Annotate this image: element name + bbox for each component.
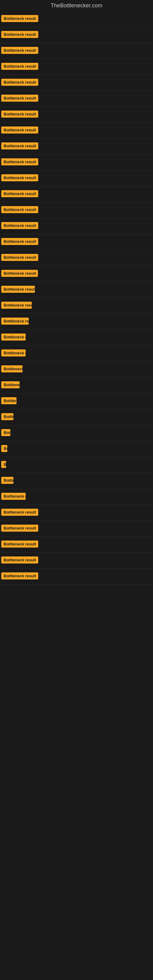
bottleneck-badge[interactable]: Bottleneck result xyxy=(1,270,38,277)
bottleneck-badge[interactable]: Bottleneck result xyxy=(1,47,38,54)
bottleneck-badge[interactable]: Bottleneck result xyxy=(1,302,32,309)
result-row: Bottleneck result xyxy=(0,473,153,489)
result-row: Bottleneck result xyxy=(0,266,153,282)
bottleneck-badge[interactable]: Bottleneck result xyxy=(1,334,26,340)
bottleneck-badge[interactable]: Bottleneck result xyxy=(1,493,26,500)
result-row: Bottleneck result xyxy=(0,27,153,43)
bottleneck-badge[interactable]: Bottleneck result xyxy=(1,63,38,70)
result-row: Bottleneck result xyxy=(0,91,153,107)
result-row: Bottleneck result xyxy=(0,59,153,75)
site-title: TheBottlenecker.com xyxy=(0,0,153,11)
result-row: Bottleneck result xyxy=(0,521,153,537)
result-row: Bottleneck result xyxy=(0,505,153,521)
bottleneck-badge[interactable]: Bottleneck result xyxy=(1,254,38,261)
result-row: Bottleneck result xyxy=(0,107,153,123)
bottleneck-badge[interactable]: Bottleneck result xyxy=(1,557,38,563)
result-row: Bottleneck result xyxy=(0,457,153,473)
result-row: Bottleneck result xyxy=(0,330,153,346)
bottleneck-badge[interactable]: Bottleneck result xyxy=(1,509,38,516)
bottleneck-badge[interactable]: Bottleneck result xyxy=(1,573,38,579)
result-row: Bottleneck result xyxy=(0,441,153,457)
result-row: Bottleneck result xyxy=(0,362,153,378)
result-row: Bottleneck result xyxy=(0,202,153,218)
bottleneck-badge[interactable]: Bottleneck result xyxy=(1,541,38,547)
result-row: Bottleneck result xyxy=(0,298,153,314)
result-row: Bottleneck result xyxy=(0,11,153,27)
bottleneck-badge[interactable]: Bottleneck result xyxy=(1,525,38,531)
bottleneck-badge[interactable]: Bottleneck result xyxy=(1,350,26,356)
result-row: Bottleneck result xyxy=(0,139,153,155)
result-row: Bottleneck result xyxy=(0,75,153,91)
bottleneck-badge[interactable]: Bottleneck result xyxy=(1,477,13,484)
result-row: Bottleneck result xyxy=(0,378,153,393)
bottleneck-badge[interactable]: Bottleneck result xyxy=(1,429,10,436)
result-row: Bottleneck result xyxy=(0,186,153,202)
result-row: Bottleneck result xyxy=(0,43,153,59)
result-row: Bottleneck result xyxy=(0,218,153,234)
bottleneck-badge[interactable]: Bottleneck result xyxy=(1,174,38,181)
result-row: Bottleneck result xyxy=(0,250,153,266)
result-row: Bottleneck result xyxy=(0,282,153,298)
result-row: Bottleneck result xyxy=(0,170,153,186)
bottleneck-badge[interactable]: Bottleneck result xyxy=(1,111,38,118)
bottleneck-badge[interactable]: Bottleneck result xyxy=(1,222,38,229)
bottleneck-badge[interactable]: Bottleneck result xyxy=(1,445,7,452)
bottleneck-badge[interactable]: Bottleneck result xyxy=(1,126,38,134)
bottleneck-badge[interactable]: Bottleneck result xyxy=(1,365,22,372)
bottleneck-badge[interactable]: Bottleneck result xyxy=(1,95,38,102)
result-row: Bottleneck result xyxy=(0,314,153,330)
result-row: Bottleneck result xyxy=(0,489,153,505)
result-row: Bottleneck result xyxy=(0,425,153,441)
result-row: Bottleneck result xyxy=(0,569,153,585)
result-row: Bottleneck result xyxy=(0,155,153,170)
bottleneck-badge[interactable]: Bottleneck result xyxy=(1,286,35,293)
result-row: Bottleneck result xyxy=(0,553,153,569)
bottleneck-badge[interactable]: Bottleneck result xyxy=(1,206,38,213)
bottleneck-badge[interactable]: Bottleneck result xyxy=(1,79,38,86)
result-row: Bottleneck result xyxy=(0,234,153,250)
bottleneck-badge[interactable]: Bottleneck result xyxy=(1,142,38,150)
result-row: Bottleneck result xyxy=(0,346,153,362)
bottleneck-badge[interactable]: Bottleneck result xyxy=(1,461,6,468)
bottleneck-badge[interactable]: Bottleneck result xyxy=(1,381,19,388)
bottleneck-badge[interactable]: Bottleneck result xyxy=(1,397,16,404)
bottleneck-badge[interactable]: Bottleneck result xyxy=(1,318,29,325)
result-row: Bottleneck result xyxy=(0,393,153,409)
bottleneck-badge[interactable]: Bottleneck result xyxy=(1,238,38,245)
result-row: Bottleneck result xyxy=(0,537,153,553)
result-row: Bottleneck result xyxy=(0,409,153,425)
bottleneck-badge[interactable]: Bottleneck result xyxy=(1,190,38,197)
bottleneck-badge[interactable]: Bottleneck result xyxy=(1,413,13,420)
bottleneck-badge[interactable]: Bottleneck result xyxy=(1,15,38,22)
result-row: Bottleneck result xyxy=(0,123,153,139)
bottleneck-badge[interactable]: Bottleneck result xyxy=(1,158,38,165)
bottleneck-badge[interactable]: Bottleneck result xyxy=(1,31,38,38)
